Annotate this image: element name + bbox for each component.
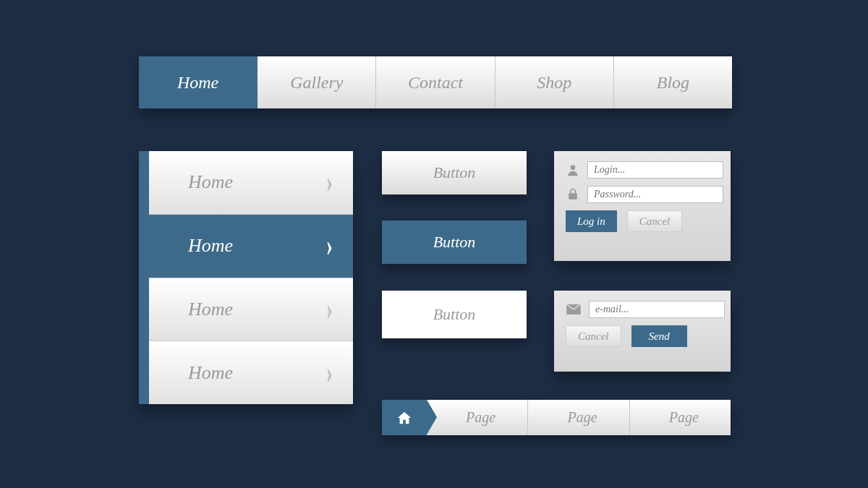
svg-point-0 (571, 165, 576, 170)
button-label: Cancel (578, 330, 609, 343)
chevron-right-icon: › (326, 354, 333, 391)
breadcrumb: Page Page Page (382, 400, 731, 435)
breadcrumb-item[interactable]: Page (630, 400, 731, 435)
sidebar-item-label: Home (188, 235, 233, 257)
password-row (566, 186, 719, 203)
sidebar-item[interactable]: Home › (149, 341, 353, 404)
button-label: Button (433, 305, 476, 324)
chevron-right-icon: › (326, 164, 333, 201)
tab-label: Home (177, 73, 218, 93)
login-input[interactable] (587, 161, 723, 179)
breadcrumb-label: Page (567, 409, 597, 426)
sidebar-item[interactable]: Home › (149, 151, 353, 215)
button-label: Send (649, 330, 670, 343)
user-icon (566, 163, 580, 177)
email-button-row: Cancel Send (566, 325, 719, 347)
side-nav-stripe (139, 151, 149, 404)
side-nav: Home › Home › Home › Home › (139, 151, 353, 404)
tab-label: Blog (657, 73, 689, 93)
tab-label: Shop (537, 73, 571, 93)
tab-home[interactable]: Home (139, 56, 258, 108)
sidebar-item[interactable]: Home › (149, 278, 353, 342)
button-label: Button (433, 163, 476, 182)
sidebar-item-label: Home (188, 171, 233, 193)
button-white[interactable]: Button (382, 291, 527, 338)
tab-contact[interactable]: Contact (376, 56, 495, 108)
send-button[interactable]: Send (631, 325, 687, 347)
chevron-right-icon: › (326, 228, 333, 265)
button-label: Button (433, 233, 476, 252)
sidebar-item-label: Home (188, 299, 233, 320)
button-grey[interactable]: Button (382, 151, 527, 194)
tab-gallery[interactable]: Gallery (258, 56, 376, 108)
login-button[interactable]: Log in (566, 210, 617, 232)
side-nav-items: Home › Home › Home › Home › (149, 151, 353, 404)
login-button-row: Log in Cancel (566, 210, 719, 232)
lock-icon (566, 187, 580, 202)
button-label: Log in (577, 215, 605, 228)
tab-shop[interactable]: Shop (495, 56, 614, 108)
top-nav: Home Gallery Contact Shop Blog (139, 56, 732, 108)
svg-rect-1 (569, 193, 577, 199)
breadcrumb-item[interactable]: Page (528, 400, 629, 435)
tab-blog[interactable]: Blog (614, 56, 732, 108)
mail-icon (566, 304, 582, 315)
breadcrumb-home[interactable] (382, 400, 427, 435)
chevron-right-icon: › (326, 291, 333, 328)
home-icon (396, 410, 413, 426)
email-input[interactable] (589, 301, 725, 318)
button-blue[interactable]: Button (382, 221, 527, 264)
tab-label: Contact (408, 73, 463, 93)
breadcrumb-item[interactable]: Page (427, 400, 528, 435)
login-panel: Log in Cancel (554, 151, 731, 261)
email-row (566, 301, 719, 318)
tab-label: Gallery (290, 73, 343, 93)
breadcrumb-label: Page (669, 409, 699, 426)
breadcrumb-label: Page (466, 409, 495, 426)
login-row (566, 161, 719, 179)
cancel-button[interactable]: Cancel (566, 325, 621, 347)
password-input[interactable] (587, 186, 723, 203)
email-panel: Cancel Send (554, 291, 731, 372)
sidebar-item[interactable]: Home › (149, 215, 353, 278)
button-label: Cancel (639, 215, 671, 228)
sidebar-item-label: Home (188, 362, 233, 384)
cancel-button[interactable]: Cancel (627, 210, 683, 232)
